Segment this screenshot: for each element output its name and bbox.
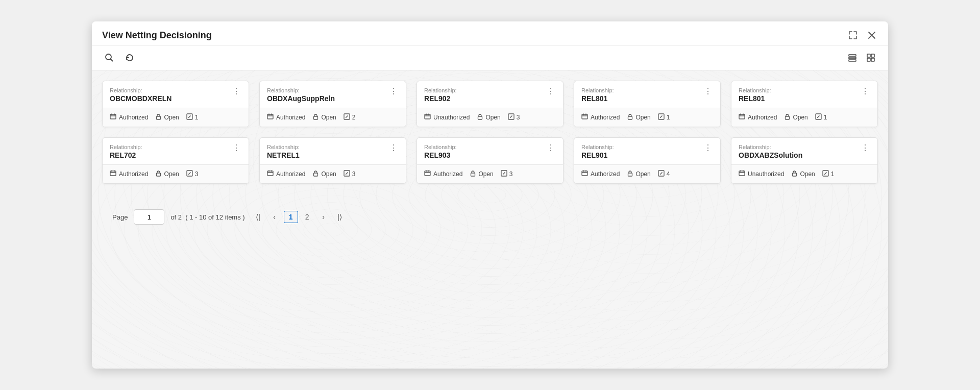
- grid-view-button[interactable]: [864, 51, 878, 65]
- toolbar: [92, 45, 888, 70]
- svg-rect-15: [478, 116, 482, 119]
- card-name: OBDXABZSolution: [739, 151, 802, 159]
- main-content: Relationship: OBCMOBDXRELN ⋮ Authorized: [92, 70, 888, 250]
- card-menu-button[interactable]: ⋮: [860, 87, 870, 95]
- lock-icon: [155, 170, 162, 178]
- edit-icon: [344, 113, 350, 121]
- search-button[interactable]: [102, 51, 116, 65]
- page-label: Page: [112, 213, 128, 221]
- card-menu-button[interactable]: ⋮: [231, 87, 241, 95]
- card-label: Relationship:: [424, 87, 457, 93]
- lock-text: Open: [164, 114, 179, 121]
- lock-text: Open: [321, 114, 336, 121]
- card-name: OBDXAugSuppReln: [267, 94, 335, 103]
- card-menu-button[interactable]: ⋮: [546, 87, 556, 95]
- card-status: Authorized: [267, 113, 305, 121]
- card-label: Relationship:: [267, 144, 300, 150]
- count-text: 3: [352, 170, 356, 178]
- card-label: Relationship:: [581, 87, 614, 93]
- card-status: Authorized: [267, 170, 305, 178]
- count-badge: 3: [344, 170, 356, 178]
- card-card-5: Relationship: REL801 ⋮ Authorized: [731, 81, 878, 127]
- lock-badge: Open: [312, 170, 336, 178]
- page-2-button[interactable]: 2: [300, 211, 314, 223]
- lock-icon: [627, 170, 633, 178]
- count-text: 2: [352, 114, 356, 121]
- card-header: Relationship: REL801 ⋮: [731, 81, 877, 108]
- card-header: Relationship: NETREL1 ⋮: [260, 138, 406, 165]
- lock-text: Open: [164, 170, 179, 178]
- count-text: 1: [667, 114, 670, 121]
- svg-rect-9: [157, 116, 161, 119]
- card-card-2: Relationship: OBDXAugSuppReln ⋮ Authoriz…: [259, 81, 406, 127]
- page-input[interactable]: [134, 209, 164, 225]
- card-card-6: Relationship: REL702 ⋮ Authorized: [102, 137, 249, 184]
- card-info: Relationship: OBDXAugSuppReln: [267, 87, 335, 103]
- lock-badge: Open: [477, 113, 500, 121]
- card-status: Authorized: [581, 170, 620, 178]
- count-text: 1: [195, 114, 199, 121]
- svg-rect-8: [110, 114, 116, 119]
- edit-icon: [815, 113, 822, 121]
- card-menu-button[interactable]: ⋮: [546, 144, 556, 152]
- expand-button[interactable]: [846, 30, 860, 41]
- status-text: Authorized: [591, 170, 620, 178]
- last-page-button[interactable]: |⟩: [333, 211, 347, 223]
- lock-badge: Open: [627, 170, 650, 178]
- card-label: Relationship:: [424, 144, 457, 150]
- next-page-button[interactable]: ›: [316, 211, 331, 223]
- status-text: Authorized: [276, 114, 305, 121]
- edit-icon: [501, 170, 507, 178]
- card-info: Relationship: REL702: [110, 144, 142, 159]
- card-menu-button[interactable]: ⋮: [703, 87, 713, 95]
- svg-rect-6: [867, 58, 870, 61]
- card-name: REL702: [110, 151, 142, 159]
- card-status: Authorized: [110, 113, 148, 121]
- card-info: Relationship: REL801: [581, 87, 614, 103]
- card-menu-button[interactable]: ⋮: [860, 144, 870, 152]
- card-info: Relationship: REL903: [424, 144, 457, 159]
- lock-icon: [784, 113, 791, 121]
- list-view-button[interactable]: [845, 51, 860, 65]
- card-label: Relationship:: [267, 87, 335, 93]
- svg-rect-2: [849, 57, 856, 59]
- card-name: NETREL1: [267, 151, 300, 159]
- svg-rect-7: [871, 58, 874, 61]
- close-button[interactable]: [866, 30, 878, 40]
- card-footer: Authorized Open 2: [260, 108, 406, 127]
- card-header: Relationship: REL902 ⋮: [417, 81, 563, 108]
- svg-rect-5: [871, 54, 874, 57]
- page-of: of 2 ( 1 - 10 of 12 items ): [170, 213, 244, 221]
- card-label: Relationship:: [739, 87, 771, 93]
- card-name: REL801: [739, 94, 771, 103]
- lock-icon: [312, 170, 319, 178]
- card-footer: Authorized Open 3: [260, 165, 406, 183]
- card-footer: Unauthorized Open 3: [417, 108, 563, 127]
- expand-icon: [848, 31, 857, 40]
- card-card-4: Relationship: REL801 ⋮ Authorized: [574, 81, 721, 127]
- page-1-button[interactable]: 1: [284, 211, 298, 223]
- count-badge: 3: [186, 170, 199, 178]
- card-menu-button[interactable]: ⋮: [703, 144, 713, 152]
- svg-rect-11: [267, 114, 273, 119]
- refresh-button[interactable]: [122, 51, 137, 65]
- card-menu-button[interactable]: ⋮: [388, 87, 399, 95]
- window-controls: [846, 30, 878, 41]
- card-footer: Authorized Open 3: [103, 165, 249, 183]
- first-page-button[interactable]: ⟨|: [251, 211, 265, 223]
- card-status: Authorized: [424, 170, 462, 178]
- list-view-icon: [847, 53, 857, 63]
- count-text: 1: [831, 170, 835, 178]
- prev-page-button[interactable]: ‹: [267, 211, 282, 223]
- card-name: REL903: [424, 151, 457, 159]
- window-header: View Netting Decisioning: [92, 21, 888, 45]
- card-card-9: Relationship: REL901 ⋮ Authorized: [574, 137, 721, 184]
- card-menu-button[interactable]: ⋮: [388, 144, 399, 152]
- card-menu-button[interactable]: ⋮: [231, 144, 241, 152]
- status-text: Authorized: [591, 114, 620, 121]
- status-icon: [424, 113, 431, 121]
- count-badge: 3: [508, 113, 520, 121]
- card-footer: Authorized Open 1: [731, 108, 877, 127]
- lock-badge: Open: [155, 113, 179, 121]
- lock-badge: Open: [470, 170, 493, 178]
